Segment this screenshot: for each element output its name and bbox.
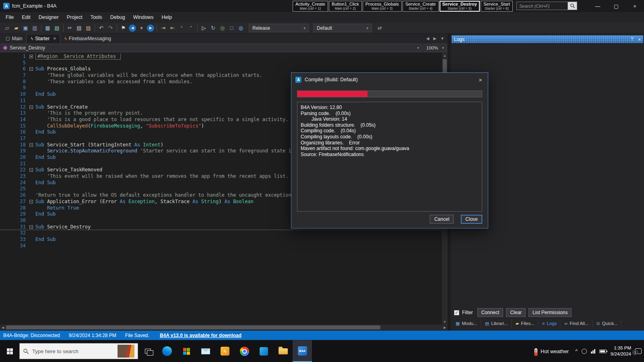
taskbar-b4a[interactable]: B4A xyxy=(293,340,312,362)
taskbar-edge[interactable] xyxy=(157,340,177,362)
paste-icon[interactable]: ▨ xyxy=(84,24,93,33)
horizontal-scrollbar[interactable]: ◀ ▶ xyxy=(0,325,448,330)
meet-now-icon[interactable] xyxy=(582,349,587,354)
menu-designer[interactable]: Designer xyxy=(35,12,63,23)
redo-icon[interactable]: ↷ xyxy=(106,24,115,33)
code-line-6[interactable]: 6−Sub Process_Globals xyxy=(0,66,442,72)
scroll-down-icon[interactable]: ▼ xyxy=(442,319,448,325)
back-icon[interactable]: ◀ xyxy=(129,25,136,32)
horizontal-scroll-thumb[interactable] xyxy=(6,325,380,329)
fold-expand-icon[interactable]: + xyxy=(29,55,33,58)
module-shortcut-service_destroy[interactable]: Service_DestroyStarter (ctrl + 5) xyxy=(440,1,480,12)
module-shortcut-service_start[interactable]: Service_StartStarter (ctrl + 6) xyxy=(481,1,513,12)
bridge-icon[interactable]: ◍ xyxy=(236,24,246,33)
menu-tools[interactable]: Tools xyxy=(87,12,106,23)
module-shortcut-service_create[interactable]: Service_CreateStarter (ctrl + 4) xyxy=(402,1,439,12)
uncomment-icon[interactable]: ” xyxy=(186,24,196,33)
menu-file[interactable]: File xyxy=(2,12,18,23)
start-button[interactable] xyxy=(0,340,19,362)
open-icon[interactable]: ▰ xyxy=(12,24,21,33)
close-button[interactable]: Close xyxy=(461,215,482,224)
quick-search-tab[interactable]: ⊙Quick... xyxy=(593,319,621,327)
cut-icon[interactable]: ✂ xyxy=(65,24,74,33)
task-view-button[interactable] xyxy=(138,340,157,362)
weather-widget[interactable]: Hot weather xyxy=(532,348,571,354)
build-mode-combo[interactable]: Release ▾ xyxy=(249,24,309,32)
member-selector[interactable]: Service_Destroy ▾ xyxy=(1,44,422,52)
list-permissions-button[interactable]: List Permissions xyxy=(528,308,572,317)
code-line-5[interactable]: 5 xyxy=(0,60,442,66)
close-button[interactable]: × xyxy=(625,0,644,12)
action-center-icon[interactable]: 1 xyxy=(635,348,642,354)
scroll-left-icon[interactable]: ◀ xyxy=(0,325,6,330)
taskbar-clock[interactable]: 1:35 PM 9/24/2024 xyxy=(611,345,631,357)
rapid-debug-icon[interactable]: ◎ xyxy=(218,24,227,33)
save-all-icon[interactable]: ▥ xyxy=(30,24,39,33)
panel-close-icon[interactable]: × xyxy=(638,37,641,42)
network-icon[interactable] xyxy=(591,349,595,354)
tab-firebasemessaging[interactable]: ϟFirebaseMessaging xyxy=(60,34,115,43)
taskbar-chrome[interactable] xyxy=(235,340,254,362)
scroll-up-icon[interactable]: ▲ xyxy=(442,53,448,58)
fold-collapse-icon[interactable]: − xyxy=(29,225,33,229)
fold-collapse-icon[interactable]: − xyxy=(29,105,33,109)
tab-menu-icon[interactable]: ▼ xyxy=(440,36,444,41)
new-module-icon[interactable]: ▱ xyxy=(2,24,12,33)
code-line-32[interactable]: 32 xyxy=(0,230,442,237)
taskbar-mail[interactable] xyxy=(196,340,215,362)
back-menu-icon[interactable]: ▾ xyxy=(137,24,146,33)
filter-checkbox[interactable]: ✓ xyxy=(454,310,459,315)
hidden-icons-chevron[interactable]: ^ xyxy=(575,348,578,354)
pin-icon[interactable]: ⊤ xyxy=(630,37,634,42)
zoom-selector[interactable]: 100% ▾ xyxy=(423,44,447,52)
minimize-button[interactable]: — xyxy=(588,0,607,12)
update-link[interactable]: B4A v13.0 is available for download xyxy=(160,333,242,338)
fold-collapse-icon[interactable]: − xyxy=(29,67,33,71)
fold-collapse-icon[interactable]: − xyxy=(29,143,33,147)
libraries-tab[interactable]: ▤Librari... xyxy=(482,319,512,327)
logs-panel-header[interactable]: Logs ⊤ × xyxy=(452,35,643,43)
module-shortcut-button1_click[interactable]: Button1_ClickMain (ctrl + 2) xyxy=(329,1,362,12)
indent-icon[interactable]: ⇥ xyxy=(159,24,168,33)
taskbar-store[interactable] xyxy=(177,340,196,362)
stop-icon[interactable]: □ xyxy=(227,24,236,33)
outdent-icon[interactable]: ⇤ xyxy=(168,24,177,33)
modules-tab[interactable]: ▦Modu... xyxy=(452,319,481,327)
forward-icon[interactable]: ▶ xyxy=(147,25,154,32)
code-line-33[interactable]: 33End Sub xyxy=(0,237,442,243)
module-shortcut-process_globals[interactable]: Process_GlobalsMain (ctrl + 3) xyxy=(363,1,402,12)
logs-tab[interactable]: ≡Logs xyxy=(539,319,560,327)
search-input[interactable] xyxy=(516,2,568,10)
find-all-tab[interactable]: ∞Find All... xyxy=(561,319,592,327)
scroll-right-icon[interactable]: ▶ xyxy=(442,325,448,330)
files-tab[interactable]: ▰Files... xyxy=(512,319,538,327)
fold-collapse-icon[interactable]: − xyxy=(29,168,33,172)
designer-icon[interactable]: ▦ xyxy=(43,24,52,33)
dialog-close-icon[interactable]: × xyxy=(477,76,484,83)
fold-collapse-icon[interactable]: − xyxy=(29,200,33,204)
taskbar-vscode[interactable] xyxy=(254,340,273,362)
code-line-1[interactable]: 1+#Region Service Attributes xyxy=(0,53,442,60)
build-config-combo[interactable]: Default ▾ xyxy=(313,24,372,32)
attach-debugger-icon[interactable]: ↻ xyxy=(208,24,218,33)
menu-debug[interactable]: Debug xyxy=(106,12,129,23)
maximize-button[interactable]: ▢ xyxy=(607,0,625,12)
battery-icon[interactable] xyxy=(599,350,607,353)
run-icon[interactable]: ▷ xyxy=(199,24,208,33)
menu-windows[interactable]: Windows xyxy=(129,12,158,23)
menu-project[interactable]: Project xyxy=(63,12,87,23)
connect-button[interactable]: Connect xyxy=(477,308,504,317)
tab-close-icon[interactable]: × xyxy=(53,36,56,41)
layouts-icon[interactable]: ▧ xyxy=(52,24,62,33)
save-icon[interactable]: ▣ xyxy=(21,24,30,33)
tab-starter[interactable]: ϟStarter× xyxy=(26,34,60,43)
menu-help[interactable]: Help xyxy=(157,12,176,23)
copy-icon[interactable]: ▤ xyxy=(74,24,84,33)
tab-main[interactable]: ▢Main xyxy=(2,34,26,43)
collapsed-region[interactable]: #Region Service Attributes xyxy=(35,53,121,60)
code-line-34[interactable]: 34 xyxy=(0,243,442,249)
taskbar-search[interactable] xyxy=(19,343,138,359)
module-shortcut-activity_create[interactable]: Activity_CreateMain (ctrl + 1) xyxy=(293,1,328,12)
bookmark-icon[interactable]: ⚑ xyxy=(119,24,128,33)
toolbar-overflow-icon[interactable]: ⇄ xyxy=(375,24,384,33)
